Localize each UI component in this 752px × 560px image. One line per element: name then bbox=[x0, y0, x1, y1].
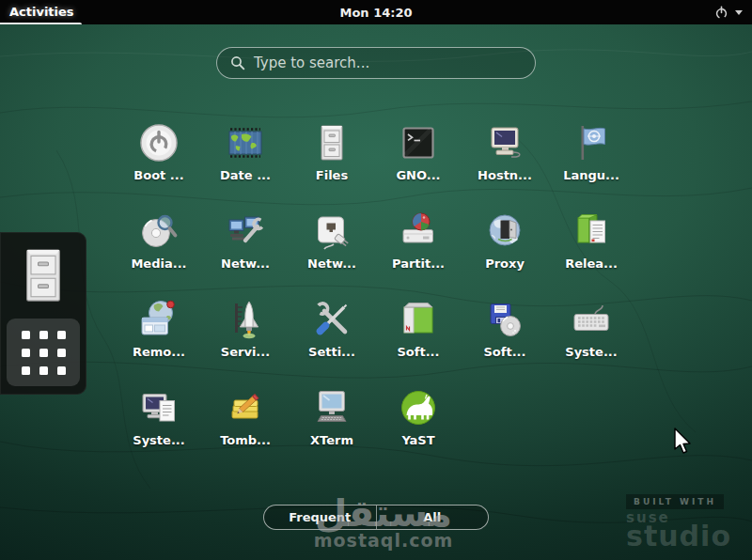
terminal-icon bbox=[396, 120, 441, 165]
gnome-activities-overview: Activities Mon 14:20 Type to search... bbox=[0, 0, 752, 560]
app-software-repositories[interactable]: Soft... bbox=[462, 297, 548, 385]
view-toggle: Frequent All bbox=[263, 505, 489, 530]
drive-piechart-icon bbox=[396, 209, 441, 254]
app-gnome-terminal[interactable]: GNO... bbox=[375, 120, 462, 209]
app-system-keyboard[interactable]: Syste... bbox=[548, 297, 634, 385]
boot-loader-icon bbox=[136, 120, 181, 165]
green-box-document-icon bbox=[569, 209, 614, 254]
app-date-time[interactable]: Date ... bbox=[202, 120, 289, 209]
network-monitors-wrench-icon bbox=[223, 209, 268, 254]
globe-window-icon bbox=[136, 297, 181, 342]
app-grid: Boot ... Date ... bbox=[116, 120, 634, 474]
app-release-notes[interactable]: Relea... bbox=[548, 209, 634, 297]
built-with-label: BUILT WITH bbox=[626, 494, 724, 509]
tab-all[interactable]: All bbox=[377, 506, 489, 529]
app-software-management[interactable]: Soft... bbox=[375, 297, 462, 385]
app-tomboy-notes[interactable]: Tomb... bbox=[202, 385, 289, 474]
disc-magnifier-icon bbox=[136, 209, 181, 254]
app-network-settings[interactable]: Netw... bbox=[202, 209, 289, 297]
app-xterm[interactable]: XTerm bbox=[289, 385, 375, 474]
app-remote-administration[interactable]: Remo... bbox=[116, 297, 202, 385]
suse-studio-branding: BUILT WITH suse studio bbox=[626, 490, 731, 549]
app-boot-loader[interactable]: Boot ... bbox=[116, 120, 202, 209]
app-language[interactable]: Langu... bbox=[548, 120, 634, 209]
green-package-icon bbox=[396, 297, 441, 342]
file-cabinet-icon bbox=[309, 120, 354, 165]
show-applications-button[interactable] bbox=[7, 319, 80, 386]
computer-monitor-icon bbox=[482, 120, 527, 165]
dash-dock bbox=[0, 232, 86, 395]
crt-terminal-icon bbox=[309, 385, 354, 430]
tab-frequent[interactable]: Frequent bbox=[264, 506, 376, 529]
chevron-down-icon bbox=[735, 10, 743, 15]
keyboard-icon bbox=[569, 297, 614, 342]
notes-pencil-icon bbox=[223, 385, 268, 430]
search-icon bbox=[230, 55, 245, 70]
search-placeholder: Type to search... bbox=[254, 54, 369, 71]
app-proxy[interactable]: Proxy bbox=[462, 209, 548, 297]
wrench-screwdriver-icon bbox=[309, 297, 354, 342]
power-icon bbox=[714, 6, 728, 20]
app-settings[interactable]: Setti... bbox=[289, 297, 375, 385]
monitor-document-icon bbox=[136, 385, 181, 430]
app-network-devices[interactable]: Netw... bbox=[289, 209, 375, 297]
mouse-cursor bbox=[673, 428, 694, 456]
app-media-check[interactable]: Media... bbox=[116, 209, 202, 297]
date-time-icon bbox=[223, 120, 268, 165]
app-partitioner[interactable]: Partit... bbox=[375, 209, 462, 297]
app-files[interactable]: Files bbox=[289, 120, 375, 209]
flag-icon bbox=[569, 120, 614, 165]
shuttle-launch-icon bbox=[223, 297, 268, 342]
search-input[interactable]: Type to search... bbox=[216, 47, 536, 79]
clock[interactable]: Mon 14:20 bbox=[0, 6, 752, 20]
studio-logo-text: studio bbox=[626, 524, 731, 549]
system-status-area[interactable] bbox=[714, 0, 743, 24]
floppy-cd-icon bbox=[482, 297, 527, 342]
globe-door-icon bbox=[482, 209, 527, 254]
socket-plug-icon bbox=[309, 209, 354, 254]
file-cabinet-icon bbox=[19, 246, 68, 304]
app-hostnames[interactable]: Hostn... bbox=[462, 120, 548, 209]
watermark-domain-text: mostaql.com bbox=[301, 530, 466, 551]
app-system-log[interactable]: Syste... bbox=[116, 385, 202, 474]
app-grid-icon bbox=[22, 331, 66, 375]
dock-item-files[interactable] bbox=[7, 240, 80, 311]
top-bar: Activities Mon 14:20 bbox=[0, 0, 752, 24]
app-services-manager[interactable]: Servi... bbox=[202, 297, 289, 385]
yast-aardvark-icon bbox=[396, 385, 441, 430]
app-yast[interactable]: YaST bbox=[375, 385, 462, 474]
